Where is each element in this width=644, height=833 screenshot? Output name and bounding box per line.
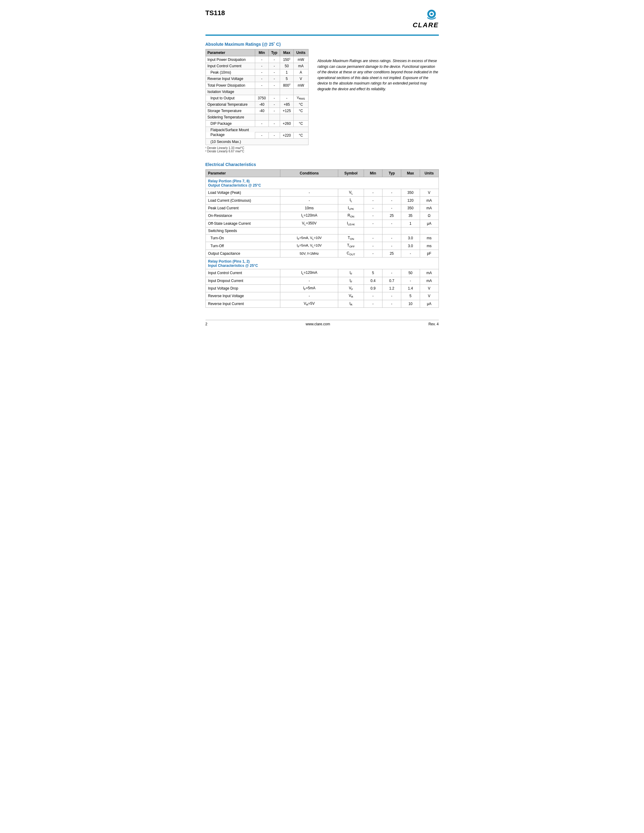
table-row: Input to Output 3750 - - VRMS <box>206 95 308 101</box>
table-row: Peak (10ms) - - 1 A <box>206 69 308 76</box>
table-row: Reverse Input Current VR=5V IR - - 10 μA <box>206 300 438 307</box>
abs-max-note: Absolute Maximum Ratings are stress rati… <box>317 49 439 153</box>
table-row: (10 Seconds Max.) <box>206 139 308 145</box>
table-row: Soldering Temperature <box>206 114 308 121</box>
table-row: Load Current (Continuous) - IL - - 120 m… <box>206 196 438 204</box>
elec-section: Electrical Characteristics Parameter Con… <box>206 162 439 308</box>
table-row: Operational Temperature -40 - +85 °C <box>206 101 308 108</box>
table-row: Input Power Dissipation - - 1501 mW <box>206 56 308 63</box>
table-row: Total Power Dissipation - - 8002 mW <box>206 82 308 89</box>
table-row: Switching Speeds <box>206 227 438 234</box>
table-row: Peak Load Current 10ms ILPK - - 350 mA <box>206 204 438 212</box>
relay-group2-label2: Input Characteristics @ 25°C <box>208 264 258 268</box>
abs-col-max: Max <box>280 49 294 56</box>
elec-col-typ: Typ <box>382 170 401 177</box>
footnotes: ¹ Derate Linearly 1.33 mw/°C ² Derate Li… <box>206 146 309 153</box>
header-bar <box>206 35 439 36</box>
abs-col-param: Parameter <box>206 49 255 56</box>
elec-col-units: Units <box>420 170 438 177</box>
table-row: Storage Temperature -40 - +125 °C <box>206 108 308 114</box>
table-row: Turn-On IF=5mA, VL=10V TON - - 3.0 ms <box>206 234 438 242</box>
abs-col-typ: Typ <box>269 49 280 56</box>
abs-max-section-title: Absolute Maximum Ratings (@ 25˚ C) <box>206 42 439 47</box>
footer-page: 2 <box>206 322 208 326</box>
page-header: TS118 CLARE <box>206 9 439 29</box>
table-row: Output Capacitance 50V; f=1MHz COUT - 25… <box>206 249 438 257</box>
abs-max-table: Parameter Min Typ Max Units Input Power … <box>206 49 309 145</box>
elec-col-max: Max <box>401 170 420 177</box>
table-row: Input Control Current IL=120mA IF 5 - 50… <box>206 269 438 277</box>
table-row: On-Resistance IL=120mA RON - 25 35 Ω <box>206 212 438 220</box>
footer-website: www.clare.com <box>306 322 330 326</box>
relay-group1-label1: Relay Portion (Pins 7, 8) <box>208 179 250 183</box>
elec-col-min: Min <box>364 170 382 177</box>
footer-rev: Rev. 4 <box>428 322 439 326</box>
table-row: Reverse Input Voltage - - 5 V <box>206 76 308 82</box>
table-row: Flatpack/Surface Mount <box>206 127 308 132</box>
table-row: Input Dropout Current - IF 0.4 0.7 - mA <box>206 277 438 285</box>
table-row: Turn-Off IF=5mA, VL=10V TOFF - - 3.0 ms <box>206 242 438 249</box>
abs-max-section: Parameter Min Typ Max Units Input Power … <box>206 49 439 153</box>
relay-group1-label2: Output Characteristics @ 25°C <box>208 183 261 188</box>
table-row: Package - - +220 °C <box>206 132 308 139</box>
abs-col-min: Min <box>255 49 269 56</box>
relay-group2-header: Relay Portion (Pins 1, 2) Input Characte… <box>206 257 438 269</box>
elec-col-sym: Symbol <box>338 170 364 177</box>
page-footer: 2 www.clare.com Rev. 4 <box>206 320 439 326</box>
page-title: TS118 <box>206 9 225 17</box>
table-row: Reverse Input Voltage - VR - - 5 V <box>206 292 438 300</box>
abs-col-units: Units <box>294 49 308 56</box>
relay-group1-header: Relay Portion (Pins 7, 8) Output Charact… <box>206 177 438 189</box>
elec-table: Parameter Conditions Symbol Min Typ Max … <box>206 169 439 308</box>
logo-area: CLARE <box>413 9 439 29</box>
table-row: Off-State Leakage Current VL=350V ILEAK … <box>206 220 438 227</box>
table-row: Input Voltage Drop IF=5mA VF 0.9 1.2 1.4… <box>206 285 438 292</box>
relay-group2-label1: Relay Portion (Pins 1, 2) <box>208 259 250 264</box>
abs-max-table-wrap: Parameter Min Typ Max Units Input Power … <box>206 49 309 153</box>
table-row: Load Voltage (Peak) - VL - - 350 V <box>206 189 438 196</box>
svg-point-2 <box>430 13 433 15</box>
table-row: Isolation Voltage <box>206 89 308 95</box>
elec-section-title: Electrical Characteristics <box>206 162 439 167</box>
table-row: Input Control Current - - 50 mA <box>206 63 308 69</box>
elec-col-param: Parameter <box>206 170 280 177</box>
elec-col-cond: Conditions <box>280 170 338 177</box>
footnote-1: ¹ Derate Linearly 1.33 mw/°C <box>206 146 309 150</box>
table-row: DIP Package - - +260 °C <box>206 121 308 127</box>
logo-text: CLARE <box>413 21 439 29</box>
clare-logo-icon <box>424 9 439 21</box>
footnote-2: ² Derate Linearly 6.67 mw/°C <box>206 150 309 153</box>
